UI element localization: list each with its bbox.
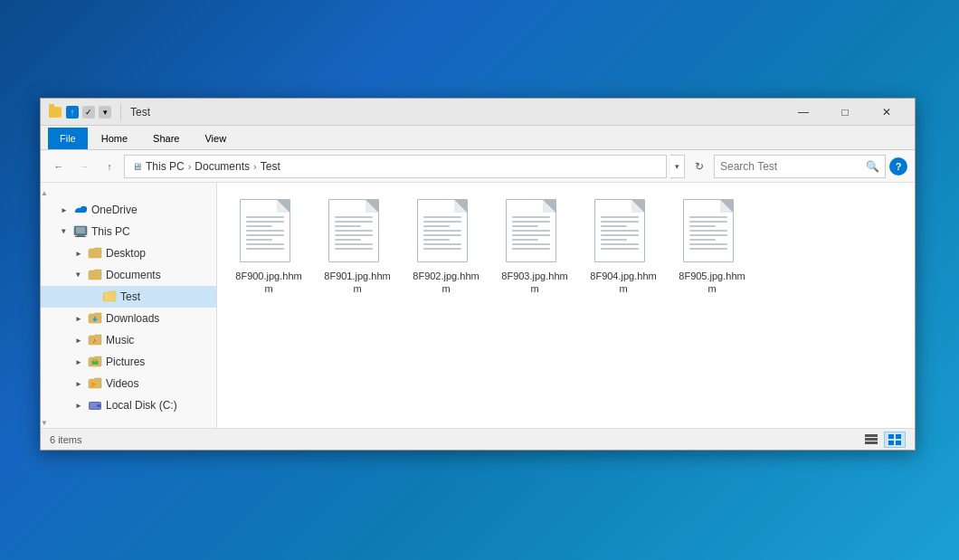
file-name: 8F900.jpg.hhmm	[233, 270, 304, 296]
svg-point-9	[98, 404, 100, 407]
svg-rect-13	[888, 434, 894, 439]
svg-rect-10	[865, 434, 878, 437]
svg-rect-3	[75, 236, 86, 237]
document-icon	[417, 199, 468, 262]
search-input[interactable]	[720, 160, 862, 173]
document-icon	[328, 199, 379, 262]
svg-rect-1	[76, 227, 85, 233]
main-content: ▲ ► OneDrive ► This PC ►	[41, 183, 915, 428]
document-icon	[683, 199, 734, 262]
file-item[interactable]: 8F902.jpg.hhmm	[405, 194, 487, 301]
file-explorer-window: ↑ ✓ ▾ Test — □ ✕ File Home Share View ← …	[40, 98, 916, 451]
pictures-icon: 🏔	[88, 356, 102, 368]
refresh-button[interactable]: ↻	[688, 156, 710, 177]
help-button[interactable]: ?	[889, 157, 907, 176]
tab-home[interactable]: Home	[90, 128, 139, 149]
expand-icon-desktop: ►	[73, 248, 84, 259]
title-bar-icons: ↑ ✓ ▾	[48, 105, 111, 119]
sidebar-item-localdisk[interactable]: ► Local Disk (C:)	[41, 394, 216, 416]
sidebar-item-onedrive[interactable]: ► OneDrive	[41, 199, 216, 221]
svg-rect-15	[888, 441, 894, 445]
file-icon-wrap	[328, 199, 386, 266]
quick-access-icon: ↑	[66, 106, 79, 119]
videos-icon: ▶	[88, 377, 102, 390]
tab-view[interactable]: View	[193, 128, 238, 149]
address-path[interactable]: 🖥 This PC › Documents › Test	[124, 155, 667, 178]
sidebar-item-test[interactable]: ► Test	[41, 286, 216, 308]
view-buttons	[860, 432, 906, 448]
file-item[interactable]: 8F901.jpg.hhmm	[317, 194, 398, 301]
sidebar-item-documents[interactable]: ► Documents	[41, 264, 216, 286]
desktop-icon	[88, 247, 102, 260]
search-icon[interactable]: 🔍	[866, 160, 879, 173]
svg-rect-16	[896, 441, 901, 445]
expand-icon-pictures: ►	[73, 356, 84, 367]
minimize-button[interactable]: —	[783, 99, 824, 126]
window-title: Test	[130, 106, 777, 119]
file-item[interactable]: 8F903.jpg.hhmm	[494, 194, 575, 301]
sidebar-scroll-up[interactable]: ▲	[41, 186, 48, 199]
folder-icon-title	[48, 105, 62, 119]
path-dropdown-arrow[interactable]: ▾	[670, 155, 685, 178]
tab-file[interactable]: File	[48, 128, 88, 149]
sidebar-label-desktop: Desktop	[106, 247, 146, 260]
tab-share[interactable]: Share	[141, 128, 191, 149]
details-view-button[interactable]	[860, 432, 882, 448]
music-icon: ♪	[88, 334, 102, 346]
path-documents[interactable]: Documents	[195, 160, 250, 173]
sidebar-item-downloads[interactable]: ► Downloads	[41, 308, 216, 329]
document-icon	[506, 199, 556, 262]
title-bar: ↑ ✓ ▾ Test — □ ✕	[41, 99, 915, 126]
maximize-button[interactable]: □	[824, 99, 866, 126]
sidebar-label-downloads: Downloads	[106, 312, 159, 325]
sidebar-item-desktop[interactable]: ► Desktop	[41, 242, 216, 264]
path-test[interactable]: Test	[261, 160, 280, 173]
expand-icon-music: ►	[73, 335, 84, 346]
expand-icon-downloads: ►	[73, 313, 84, 324]
sidebar-label-videos: Videos	[106, 377, 138, 390]
path-computer-icon: 🖥	[132, 161, 142, 172]
downloads-icon	[88, 312, 102, 325]
thispc-icon	[73, 225, 88, 238]
tiles-view-button[interactable]	[884, 432, 906, 448]
svg-rect-11	[865, 438, 878, 441]
file-name: 8F905.jpg.hhmm	[677, 270, 747, 296]
back-button[interactable]: ←	[48, 156, 70, 177]
window-controls: — □ ✕	[783, 99, 907, 126]
file-item[interactable]: 8F904.jpg.hhmm	[583, 194, 664, 301]
sidebar-item-thispc[interactable]: ► This PC	[41, 221, 216, 242]
close-button[interactable]: ✕	[866, 99, 907, 126]
sidebar-item-videos[interactable]: ► ▶ Videos	[41, 373, 216, 394]
sidebar-label-test: Test	[120, 290, 140, 303]
expand-icon-documents: ►	[73, 270, 84, 280]
pin-icon: ✓	[82, 106, 95, 119]
svg-text:♪: ♪	[92, 337, 96, 345]
sidebar-label-documents: Documents	[106, 269, 161, 281]
file-icon-wrap	[594, 199, 652, 266]
expand-icon-onedrive: ►	[59, 204, 70, 215]
svg-rect-12	[865, 441, 878, 444]
path-sep-2: ›	[253, 161, 257, 172]
expand-icon-localdisk: ►	[73, 400, 84, 411]
test-folder-icon	[102, 290, 117, 303]
forward-button[interactable]: →	[73, 156, 95, 177]
file-item[interactable]: 8F905.jpg.hhmm	[671, 194, 753, 301]
sidebar-label-localdisk: Local Disk (C:)	[106, 399, 177, 412]
sidebar-item-pictures[interactable]: ► 🏔 Pictures	[41, 351, 216, 373]
up-button[interactable]: ↑	[99, 156, 120, 177]
document-icon	[240, 199, 290, 262]
path-thispc[interactable]: This PC	[146, 160, 185, 173]
ribbon-tabs: File Home Share View	[41, 126, 915, 149]
svg-text:▶: ▶	[91, 380, 98, 388]
file-name: 8F901.jpg.hhmm	[322, 270, 393, 296]
ribbon: File Home Share View	[41, 126, 915, 150]
dropdown-arrow-icon[interactable]: ▾	[99, 106, 111, 119]
sidebar-label-pictures: Pictures	[106, 356, 145, 368]
sidebar-item-music[interactable]: ► ♪ Music	[41, 329, 216, 351]
document-icon	[594, 199, 645, 262]
svg-rect-14	[896, 434, 901, 439]
file-item[interactable]: 8F900.jpg.hhmm	[228, 194, 309, 301]
sidebar-scroll-down[interactable]: ▼	[41, 416, 48, 428]
address-bar: ← → ↑ 🖥 This PC › Documents › Test ▾ ↻ 🔍…	[41, 150, 915, 183]
item-count: 6 items	[50, 434, 81, 445]
